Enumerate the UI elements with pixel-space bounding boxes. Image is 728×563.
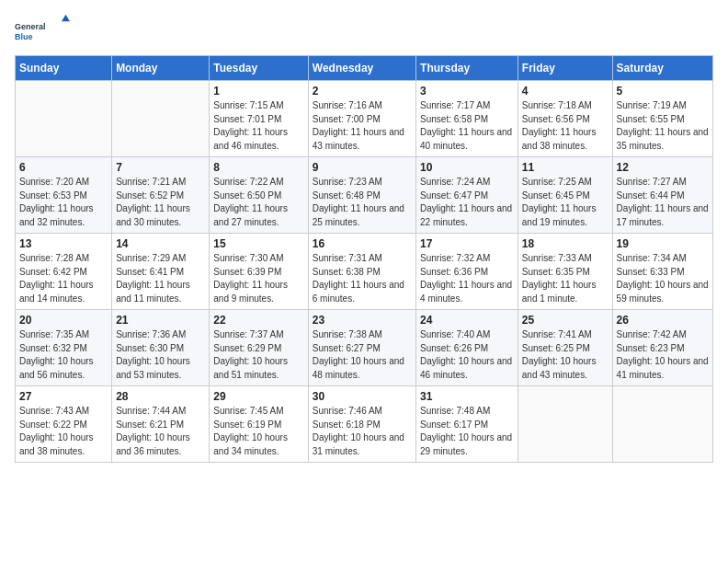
calendar-cell: 16Sunrise: 7:31 AM Sunset: 6:38 PM Dayli…	[308, 234, 415, 310]
day-number: 21	[116, 314, 205, 327]
calendar-cell: 23Sunrise: 7:38 AM Sunset: 6:27 PM Dayli…	[308, 310, 415, 386]
day-info: Sunrise: 7:29 AM Sunset: 6:41 PM Dayligh…	[116, 252, 205, 305]
weekday-header-friday: Friday	[518, 56, 612, 81]
day-info: Sunrise: 7:28 AM Sunset: 6:42 PM Dayligh…	[19, 252, 108, 305]
calendar-cell: 24Sunrise: 7:40 AM Sunset: 6:26 PM Dayli…	[416, 310, 518, 386]
calendar-cell: 28Sunrise: 7:44 AM Sunset: 6:21 PM Dayli…	[112, 386, 210, 463]
calendar-cell: 21Sunrise: 7:36 AM Sunset: 6:30 PM Dayli…	[112, 310, 210, 386]
weekday-header-saturday: Saturday	[612, 56, 712, 81]
day-number: 17	[420, 237, 514, 250]
day-number: 26	[617, 314, 709, 327]
calendar-cell	[112, 81, 210, 157]
day-number: 27	[19, 390, 108, 403]
day-info: Sunrise: 7:22 AM Sunset: 6:50 PM Dayligh…	[213, 176, 303, 229]
calendar-week-row: 1Sunrise: 7:15 AM Sunset: 7:01 PM Daylig…	[16, 81, 713, 157]
day-info: Sunrise: 7:18 AM Sunset: 6:56 PM Dayligh…	[522, 99, 609, 153]
day-info: Sunrise: 7:25 AM Sunset: 6:45 PM Dayligh…	[522, 176, 609, 229]
calendar-cell: 10Sunrise: 7:24 AM Sunset: 6:47 PM Dayli…	[416, 157, 518, 234]
day-number: 9	[313, 161, 412, 174]
calendar-cell: 17Sunrise: 7:32 AM Sunset: 6:36 PM Dayli…	[416, 234, 518, 310]
weekday-header-monday: Monday	[112, 56, 210, 81]
calendar-cell: 14Sunrise: 7:29 AM Sunset: 6:41 PM Dayli…	[112, 234, 210, 310]
day-number: 2	[313, 85, 412, 98]
day-number: 16	[313, 237, 412, 250]
day-info: Sunrise: 7:38 AM Sunset: 6:27 PM Dayligh…	[313, 328, 412, 382]
day-info: Sunrise: 7:23 AM Sunset: 6:48 PM Dayligh…	[313, 176, 412, 229]
day-info: Sunrise: 7:30 AM Sunset: 6:39 PM Dayligh…	[213, 252, 303, 305]
day-number: 22	[213, 314, 303, 327]
calendar-cell: 15Sunrise: 7:30 AM Sunset: 6:39 PM Dayli…	[210, 234, 308, 310]
calendar-cell: 2Sunrise: 7:16 AM Sunset: 7:00 PM Daylig…	[308, 81, 415, 157]
calendar-cell: 29Sunrise: 7:45 AM Sunset: 6:19 PM Dayli…	[210, 386, 308, 463]
weekday-header-tuesday: Tuesday	[210, 56, 308, 81]
day-info: Sunrise: 7:17 AM Sunset: 6:58 PM Dayligh…	[420, 99, 514, 153]
day-info: Sunrise: 7:34 AM Sunset: 6:33 PM Dayligh…	[617, 252, 709, 305]
calendar-cell	[612, 386, 712, 463]
calendar-cell	[518, 386, 612, 463]
day-number: 25	[522, 314, 609, 327]
day-info: Sunrise: 7:40 AM Sunset: 6:26 PM Dayligh…	[420, 328, 514, 382]
day-info: Sunrise: 7:44 AM Sunset: 6:21 PM Dayligh…	[116, 405, 205, 458]
logo: General Blue	[15, 15, 70, 46]
weekday-header-sunday: Sunday	[16, 56, 112, 81]
day-number: 8	[213, 161, 303, 174]
day-number: 14	[116, 237, 205, 250]
day-info: Sunrise: 7:32 AM Sunset: 6:36 PM Dayligh…	[420, 252, 514, 305]
calendar-cell: 25Sunrise: 7:41 AM Sunset: 6:25 PM Dayli…	[518, 310, 612, 386]
calendar-cell: 22Sunrise: 7:37 AM Sunset: 6:29 PM Dayli…	[210, 310, 308, 386]
day-info: Sunrise: 7:41 AM Sunset: 6:25 PM Dayligh…	[522, 328, 609, 382]
weekday-header-thursday: Thursday	[416, 56, 518, 81]
calendar-cell: 7Sunrise: 7:21 AM Sunset: 6:52 PM Daylig…	[112, 157, 210, 234]
day-info: Sunrise: 7:48 AM Sunset: 6:17 PM Dayligh…	[420, 405, 514, 458]
day-number: 20	[19, 314, 108, 327]
calendar-cell: 5Sunrise: 7:19 AM Sunset: 6:55 PM Daylig…	[612, 81, 712, 157]
calendar-cell: 9Sunrise: 7:23 AM Sunset: 6:48 PM Daylig…	[308, 157, 415, 234]
day-info: Sunrise: 7:36 AM Sunset: 6:30 PM Dayligh…	[116, 328, 205, 382]
calendar-cell: 30Sunrise: 7:46 AM Sunset: 6:18 PM Dayli…	[308, 386, 415, 463]
calendar-cell: 1Sunrise: 7:15 AM Sunset: 7:01 PM Daylig…	[210, 81, 308, 157]
day-info: Sunrise: 7:27 AM Sunset: 6:44 PM Dayligh…	[617, 176, 709, 229]
calendar-cell: 31Sunrise: 7:48 AM Sunset: 6:17 PM Dayli…	[416, 386, 518, 463]
day-number: 28	[116, 390, 205, 403]
day-info: Sunrise: 7:15 AM Sunset: 7:01 PM Dayligh…	[213, 99, 303, 153]
day-number: 13	[19, 237, 108, 250]
day-info: Sunrise: 7:19 AM Sunset: 6:55 PM Dayligh…	[617, 99, 709, 153]
calendar-week-row: 27Sunrise: 7:43 AM Sunset: 6:22 PM Dayli…	[16, 386, 713, 463]
day-number: 23	[313, 314, 412, 327]
calendar-cell: 4Sunrise: 7:18 AM Sunset: 6:56 PM Daylig…	[518, 81, 612, 157]
day-number: 3	[420, 85, 514, 98]
day-info: Sunrise: 7:21 AM Sunset: 6:52 PM Dayligh…	[116, 176, 205, 229]
svg-text:Blue: Blue	[15, 32, 33, 41]
day-info: Sunrise: 7:43 AM Sunset: 6:22 PM Dayligh…	[19, 405, 108, 458]
day-number: 7	[116, 161, 205, 174]
day-number: 5	[617, 85, 709, 98]
day-info: Sunrise: 7:33 AM Sunset: 6:35 PM Dayligh…	[522, 252, 609, 305]
day-info: Sunrise: 7:37 AM Sunset: 6:29 PM Dayligh…	[213, 328, 303, 382]
day-number: 24	[420, 314, 514, 327]
calendar-cell	[16, 81, 112, 157]
day-number: 18	[522, 237, 609, 250]
weekday-header-wednesday: Wednesday	[308, 56, 415, 81]
day-info: Sunrise: 7:31 AM Sunset: 6:38 PM Dayligh…	[313, 252, 412, 305]
calendar-cell: 26Sunrise: 7:42 AM Sunset: 6:23 PM Dayli…	[612, 310, 712, 386]
calendar-cell: 13Sunrise: 7:28 AM Sunset: 6:42 PM Dayli…	[16, 234, 112, 310]
day-number: 29	[213, 390, 303, 403]
calendar-cell: 6Sunrise: 7:20 AM Sunset: 6:53 PM Daylig…	[16, 157, 112, 234]
svg-marker-2	[62, 15, 70, 21]
calendar-table: SundayMondayTuesdayWednesdayThursdayFrid…	[15, 55, 713, 463]
day-number: 4	[522, 85, 609, 98]
day-info: Sunrise: 7:46 AM Sunset: 6:18 PM Dayligh…	[313, 405, 412, 458]
day-number: 31	[420, 390, 514, 403]
day-number: 10	[420, 161, 514, 174]
calendar-cell: 11Sunrise: 7:25 AM Sunset: 6:45 PM Dayli…	[518, 157, 612, 234]
calendar-cell: 19Sunrise: 7:34 AM Sunset: 6:33 PM Dayli…	[612, 234, 712, 310]
day-info: Sunrise: 7:42 AM Sunset: 6:23 PM Dayligh…	[617, 328, 709, 382]
day-number: 11	[522, 161, 609, 174]
day-number: 6	[19, 161, 108, 174]
day-info: Sunrise: 7:45 AM Sunset: 6:19 PM Dayligh…	[213, 405, 303, 458]
day-info: Sunrise: 7:16 AM Sunset: 7:00 PM Dayligh…	[313, 99, 412, 153]
calendar-week-row: 20Sunrise: 7:35 AM Sunset: 6:32 PM Dayli…	[16, 310, 713, 386]
calendar-cell: 18Sunrise: 7:33 AM Sunset: 6:35 PM Dayli…	[518, 234, 612, 310]
svg-text:General: General	[15, 22, 46, 31]
calendar-week-row: 6Sunrise: 7:20 AM Sunset: 6:53 PM Daylig…	[16, 157, 713, 234]
